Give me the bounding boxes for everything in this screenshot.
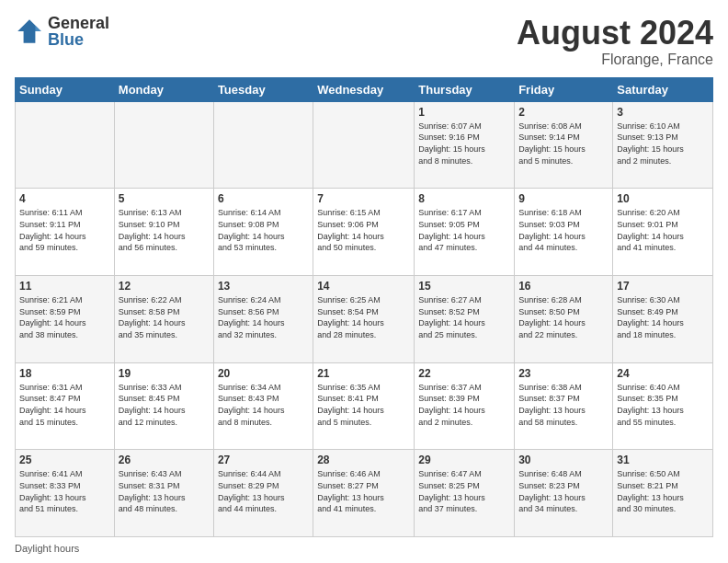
day-info: Sunrise: 6:18 AM Sunset: 9:03 PM Dayligh…	[518, 207, 609, 253]
day-cell: 12Sunrise: 6:22 AM Sunset: 8:58 PM Dayli…	[114, 275, 213, 362]
day-number: 2	[518, 105, 609, 120]
day-info: Sunrise: 6:50 AM Sunset: 8:21 PM Dayligh…	[617, 468, 709, 514]
calendar-header: Sunday Monday Tuesday Wednesday Thursday…	[16, 77, 713, 101]
day-number: 22	[418, 366, 510, 381]
day-number: 27	[218, 453, 309, 467]
day-number: 18	[19, 366, 110, 381]
day-info: Sunrise: 6:35 AM Sunset: 8:41 PM Dayligh…	[317, 382, 410, 428]
day-cell: 27Sunrise: 6:44 AM Sunset: 8:29 PM Dayli…	[213, 450, 313, 537]
day-cell: 14Sunrise: 6:25 AM Sunset: 8:54 PM Dayli…	[313, 275, 415, 362]
day-info: Sunrise: 6:14 AM Sunset: 9:08 PM Dayligh…	[218, 207, 309, 253]
day-number: 5	[119, 191, 210, 206]
day-info: Sunrise: 6:28 AM Sunset: 8:50 PM Dayligh…	[518, 294, 609, 340]
day-info: Sunrise: 6:17 AM Sunset: 9:05 PM Dayligh…	[418, 207, 510, 253]
day-number: 6	[218, 191, 309, 206]
header-row: Sunday Monday Tuesday Wednesday Thursday…	[16, 77, 713, 101]
day-cell: 15Sunrise: 6:27 AM Sunset: 8:52 PM Dayli…	[415, 275, 515, 362]
day-cell: 20Sunrise: 6:34 AM Sunset: 8:43 PM Dayli…	[213, 362, 313, 450]
day-cell: 3Sunrise: 6:10 AM Sunset: 9:13 PM Daylig…	[613, 101, 713, 189]
col-thursday: Thursday	[415, 77, 515, 101]
day-number: 1	[418, 105, 510, 120]
calendar: Sunday Monday Tuesday Wednesday Thursday…	[15, 77, 713, 537]
logo-icon	[15, 17, 44, 46]
day-number: 16	[518, 279, 609, 293]
day-cell: 28Sunrise: 6:46 AM Sunset: 8:27 PM Dayli…	[313, 450, 415, 537]
day-info: Sunrise: 6:37 AM Sunset: 8:39 PM Dayligh…	[418, 382, 510, 428]
col-wednesday: Wednesday	[313, 77, 415, 101]
week-row-4: 25Sunrise: 6:41 AM Sunset: 8:33 PM Dayli…	[16, 450, 713, 537]
day-number: 28	[317, 453, 410, 467]
day-cell: 10Sunrise: 6:20 AM Sunset: 9:01 PM Dayli…	[613, 189, 713, 276]
day-number: 11	[19, 279, 110, 293]
day-cell: 6Sunrise: 6:14 AM Sunset: 9:08 PM Daylig…	[213, 189, 313, 276]
day-cell: 1Sunrise: 6:07 AM Sunset: 9:16 PM Daylig…	[415, 101, 515, 189]
logo-text: General Blue	[48, 15, 109, 48]
day-number: 31	[617, 453, 709, 467]
day-info: Sunrise: 6:30 AM Sunset: 8:49 PM Dayligh…	[617, 294, 709, 340]
day-info: Sunrise: 6:24 AM Sunset: 8:56 PM Dayligh…	[218, 294, 309, 340]
day-info: Sunrise: 6:10 AM Sunset: 9:13 PM Dayligh…	[617, 121, 709, 167]
day-info: Sunrise: 6:21 AM Sunset: 8:59 PM Dayligh…	[19, 294, 110, 340]
day-number: 4	[19, 191, 110, 206]
day-cell: 22Sunrise: 6:37 AM Sunset: 8:39 PM Dayli…	[415, 362, 515, 450]
day-number: 8	[418, 191, 510, 206]
day-cell: 8Sunrise: 6:17 AM Sunset: 9:05 PM Daylig…	[415, 189, 515, 276]
calendar-body: 1Sunrise: 6:07 AM Sunset: 9:16 PM Daylig…	[16, 101, 713, 536]
day-info: Sunrise: 6:40 AM Sunset: 8:35 PM Dayligh…	[617, 382, 709, 428]
day-info: Sunrise: 6:08 AM Sunset: 9:14 PM Dayligh…	[518, 121, 609, 167]
day-cell: 17Sunrise: 6:30 AM Sunset: 8:49 PM Dayli…	[613, 275, 713, 362]
day-cell	[313, 101, 415, 189]
day-info: Sunrise: 6:33 AM Sunset: 8:45 PM Dayligh…	[119, 382, 210, 428]
day-info: Sunrise: 6:48 AM Sunset: 8:23 PM Dayligh…	[518, 468, 609, 514]
day-number: 7	[317, 191, 410, 206]
day-cell: 30Sunrise: 6:48 AM Sunset: 8:23 PM Dayli…	[515, 450, 613, 537]
day-info: Sunrise: 6:43 AM Sunset: 8:31 PM Dayligh…	[119, 468, 210, 514]
day-info: Sunrise: 6:38 AM Sunset: 8:37 PM Dayligh…	[518, 382, 609, 428]
day-cell	[213, 101, 313, 189]
day-info: Sunrise: 6:41 AM Sunset: 8:33 PM Dayligh…	[19, 468, 110, 514]
day-cell: 26Sunrise: 6:43 AM Sunset: 8:31 PM Dayli…	[114, 450, 213, 537]
day-info: Sunrise: 6:22 AM Sunset: 8:58 PM Dayligh…	[119, 294, 210, 340]
day-info: Sunrise: 6:34 AM Sunset: 8:43 PM Dayligh…	[218, 382, 309, 428]
day-number: 12	[119, 279, 210, 293]
day-info: Sunrise: 6:27 AM Sunset: 8:52 PM Dayligh…	[418, 294, 510, 340]
day-number: 26	[119, 453, 210, 467]
day-number: 13	[218, 279, 309, 293]
day-info: Sunrise: 6:47 AM Sunset: 8:25 PM Dayligh…	[418, 468, 510, 514]
month-title: August 2024	[517, 15, 713, 52]
day-info: Sunrise: 6:11 AM Sunset: 9:11 PM Dayligh…	[19, 207, 110, 253]
location: Florange, France	[517, 52, 713, 68]
day-cell: 31Sunrise: 6:50 AM Sunset: 8:21 PM Dayli…	[613, 450, 713, 537]
day-number: 9	[518, 191, 609, 206]
day-cell: 21Sunrise: 6:35 AM Sunset: 8:41 PM Dayli…	[313, 362, 415, 450]
footer-note: Daylight hours	[15, 543, 713, 554]
day-info: Sunrise: 6:07 AM Sunset: 9:16 PM Dayligh…	[418, 121, 510, 167]
day-cell: 13Sunrise: 6:24 AM Sunset: 8:56 PM Dayli…	[213, 275, 313, 362]
day-number: 14	[317, 279, 410, 293]
day-cell: 16Sunrise: 6:28 AM Sunset: 8:50 PM Dayli…	[515, 275, 613, 362]
day-cell: 23Sunrise: 6:38 AM Sunset: 8:37 PM Dayli…	[515, 362, 613, 450]
day-info: Sunrise: 6:15 AM Sunset: 9:06 PM Dayligh…	[317, 207, 410, 253]
day-number: 21	[317, 366, 410, 381]
col-friday: Friday	[515, 77, 613, 101]
week-row-3: 18Sunrise: 6:31 AM Sunset: 8:47 PM Dayli…	[16, 362, 713, 450]
day-cell: 5Sunrise: 6:13 AM Sunset: 9:10 PM Daylig…	[114, 189, 213, 276]
calendar-table: Sunday Monday Tuesday Wednesday Thursday…	[15, 77, 713, 537]
col-sunday: Sunday	[16, 77, 115, 101]
day-number: 10	[617, 191, 709, 206]
logo-general: General	[48, 15, 109, 31]
day-cell: 29Sunrise: 6:47 AM Sunset: 8:25 PM Dayli…	[415, 450, 515, 537]
day-number: 24	[617, 366, 709, 381]
day-info: Sunrise: 6:25 AM Sunset: 8:54 PM Dayligh…	[317, 294, 410, 340]
day-info: Sunrise: 6:20 AM Sunset: 9:01 PM Dayligh…	[617, 207, 709, 253]
day-number: 29	[418, 453, 510, 467]
day-cell	[114, 101, 213, 189]
day-number: 15	[418, 279, 510, 293]
day-info: Sunrise: 6:13 AM Sunset: 9:10 PM Dayligh…	[119, 207, 210, 253]
week-row-0: 1Sunrise: 6:07 AM Sunset: 9:16 PM Daylig…	[16, 101, 713, 189]
day-info: Sunrise: 6:44 AM Sunset: 8:29 PM Dayligh…	[218, 468, 309, 514]
day-info: Sunrise: 6:46 AM Sunset: 8:27 PM Dayligh…	[317, 468, 410, 514]
day-number: 25	[19, 453, 110, 467]
logo-blue-text: Blue	[48, 31, 109, 48]
title-block: August 2024 Florange, France	[517, 15, 713, 68]
